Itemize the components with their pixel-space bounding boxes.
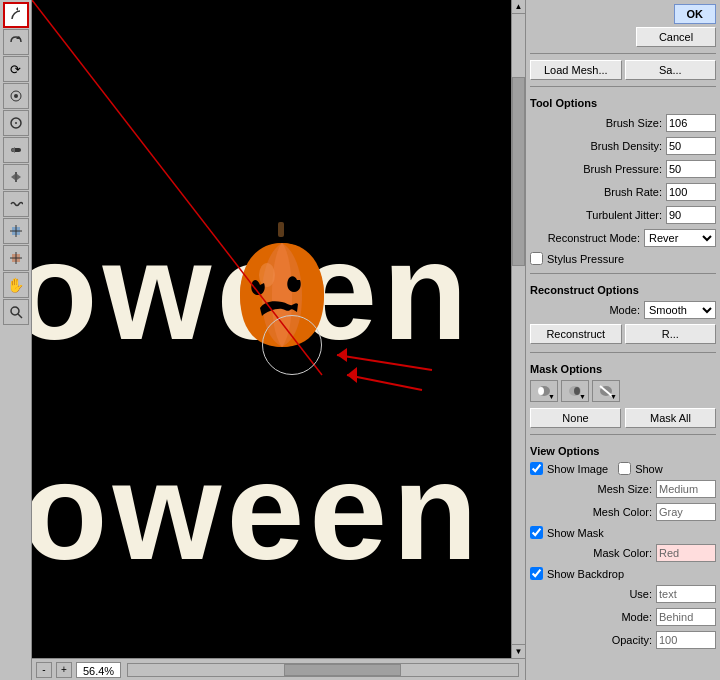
brush-rate-input[interactable] <box>666 183 716 201</box>
svg-line-13 <box>18 314 22 318</box>
show-backdrop-checkbox[interactable] <box>530 567 543 580</box>
halloween-text-bottom: oween <box>32 430 483 592</box>
thaw-mask-tool[interactable] <box>3 245 29 271</box>
mask-action-buttons: None Mask All <box>530 408 716 428</box>
ok-button[interactable]: OK <box>674 4 717 24</box>
brush-pressure-label: Brush Pressure: <box>583 163 662 175</box>
brush-density-label: Brush Density: <box>590 140 662 152</box>
show-mesh-checkbox[interactable] <box>618 462 631 475</box>
cancel-row: Cancel <box>530 27 716 47</box>
mesh-color-label: Mesh Color: <box>593 506 652 518</box>
show-image-checkbox[interactable] <box>530 462 543 475</box>
hand-tool[interactable]: ✋ <box>3 272 29 298</box>
mask-icon-2[interactable] <box>561 380 589 402</box>
bloat-tool[interactable] <box>3 110 29 136</box>
mask-color-input[interactable] <box>656 544 716 562</box>
svg-point-3 <box>15 122 17 124</box>
twirl-tool[interactable]: ⟳ <box>3 56 29 82</box>
opacity-row: Opacity: <box>530 631 716 649</box>
stylus-pressure-row: Stylus Pressure <box>530 252 716 265</box>
turbulent-jitter-input[interactable] <box>666 206 716 224</box>
canvas-bottom-bar: - + 56.4% <box>32 658 525 680</box>
freeze-mask-tool[interactable] <box>3 218 29 244</box>
brush-pressure-row: Brush Pressure: <box>530 160 716 178</box>
brush-rate-label: Brush Rate: <box>604 186 662 198</box>
left-toolbar: ⟳ <box>0 0 32 680</box>
push-left-tool[interactable] <box>3 137 29 163</box>
brush-rate-row: Brush Rate: <box>530 183 716 201</box>
canvas-content[interactable]: oween oween <box>32 0 511 658</box>
horizontal-scrollbar[interactable] <box>127 663 519 677</box>
stylus-pressure-checkbox[interactable] <box>530 252 543 265</box>
svg-point-25 <box>574 387 580 395</box>
reconstruct-button[interactable]: Reconstruct <box>530 324 622 344</box>
svg-line-20 <box>347 375 422 390</box>
reconstruct-mode-label: Reconstruct Mode: <box>548 232 640 244</box>
mesh-color-input[interactable] <box>656 503 716 521</box>
mode-input[interactable] <box>656 608 716 626</box>
load-mesh-button[interactable]: Load Mesh... <box>530 60 622 80</box>
reconstruct-mode-row2: Mode: Smooth <box>530 301 716 319</box>
show-mask-row: Show Mask <box>530 526 716 539</box>
brush-pressure-input[interactable] <box>666 160 716 178</box>
svg-point-12 <box>11 307 19 315</box>
mesh-size-input[interactable] <box>656 480 716 498</box>
tool-options-label: Tool Options <box>530 97 716 109</box>
show-image-row: Show Image Show <box>530 462 716 475</box>
use-row: Use: <box>530 585 716 603</box>
brush-density-row: Brush Density: <box>530 137 716 155</box>
reconstruct-mode-row: Reconstruct Mode: Rever <box>530 229 716 247</box>
reset-button[interactable]: R... <box>625 324 717 344</box>
show-backdrop-label: Show Backdrop <box>547 568 624 580</box>
none-button[interactable]: None <box>530 408 621 428</box>
reconstruct-options-mode-select[interactable]: Smooth <box>644 301 716 319</box>
brush-size-input[interactable] <box>666 114 716 132</box>
scroll-down-btn[interactable]: ▼ <box>512 644 525 658</box>
mirror-tool[interactable] <box>3 164 29 190</box>
show-mask-label: Show Mask <box>547 527 604 539</box>
svg-rect-14 <box>278 222 284 237</box>
brush-size-label: Brush Size: <box>606 117 662 129</box>
zoom-tool[interactable] <box>3 299 29 325</box>
mask-icon-3[interactable] <box>592 380 620 402</box>
brush-density-input[interactable] <box>666 137 716 155</box>
pucker-tool[interactable] <box>3 83 29 109</box>
mesh-size-label: Mesh Size: <box>598 483 652 495</box>
use-input[interactable] <box>656 585 716 603</box>
warp-tool[interactable] <box>3 2 29 28</box>
canvas-area: oween oween <box>32 0 525 680</box>
show-mask-checkbox[interactable] <box>530 526 543 539</box>
mask-color-row: Mask Color: <box>530 544 716 562</box>
pumpkin-image <box>232 220 332 350</box>
mesh-buttons: Load Mesh... Sa... <box>530 60 716 80</box>
cancel-button[interactable]: Cancel <box>636 27 716 47</box>
mask-all-button[interactable]: Mask All <box>625 408 716 428</box>
mesh-size-row: Mesh Size: <box>530 480 716 498</box>
mask-icon-buttons <box>530 380 716 402</box>
svg-point-23 <box>538 387 544 395</box>
reconstruct-mode-select[interactable]: Rever <box>644 229 716 247</box>
mask-icon-1[interactable] <box>530 380 558 402</box>
show-mesh-label: Show <box>635 463 663 475</box>
action-buttons: OK <box>530 4 716 24</box>
zoom-in-btn[interactable]: + <box>56 662 72 678</box>
mask-options-label: Mask Options <box>530 363 716 375</box>
zoom-out-btn[interactable]: - <box>36 662 52 678</box>
vertical-scrollbar[interactable]: ▲ ▼ <box>511 0 525 658</box>
svg-point-1 <box>14 94 18 98</box>
turbulent-jitter-row: Turbulent Jitter: <box>530 206 716 224</box>
scroll-up-btn[interactable]: ▲ <box>512 0 525 14</box>
reconstruct-options-label: Reconstruct Options <box>530 284 716 296</box>
zoom-level[interactable]: 56.4% <box>76 662 121 678</box>
opacity-input[interactable] <box>656 631 716 649</box>
mask-color-label: Mask Color: <box>593 547 652 559</box>
use-label: Use: <box>629 588 652 600</box>
turbulence-tool[interactable] <box>3 191 29 217</box>
show-backdrop-row: Show Backdrop <box>530 567 716 580</box>
reconstruct-buttons: Reconstruct R... <box>530 324 716 344</box>
show-image-label: Show Image <box>547 463 608 475</box>
stylus-pressure-label: Stylus Pressure <box>547 253 624 265</box>
reconstruct-tool[interactable] <box>3 29 29 55</box>
right-panel: OK Cancel Load Mesh... Sa... Tool Option… <box>525 0 720 680</box>
save-button[interactable]: Sa... <box>625 60 717 80</box>
